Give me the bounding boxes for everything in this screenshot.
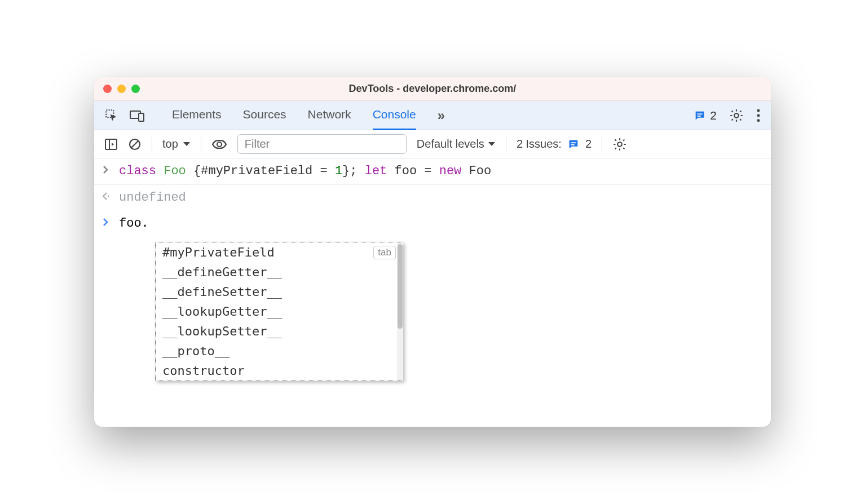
- clear-console-icon[interactable]: [128, 138, 142, 151]
- autocomplete-item-label: #myPrivateField: [162, 245, 275, 259]
- issues-label: 2 Issues:: [517, 138, 562, 151]
- svg-rect-3: [698, 113, 703, 114]
- autocomplete-item[interactable]: __lookupSetter__: [156, 321, 403, 341]
- autocomplete-popup: #myPrivateFieldtab__defineGetter____defi…: [155, 242, 403, 381]
- device-toolbar-icon[interactable]: [129, 109, 145, 122]
- zoom-button[interactable]: [131, 85, 140, 93]
- traffic-lights: [103, 85, 140, 93]
- svg-point-8: [757, 119, 760, 122]
- autocomplete-item[interactable]: __defineGetter__: [156, 262, 403, 282]
- minimize-button[interactable]: [117, 85, 126, 93]
- sidebar-toggle-icon[interactable]: [104, 138, 118, 151]
- filter-input[interactable]: [237, 134, 407, 154]
- chat-icon: [694, 109, 706, 122]
- inspect-icon[interactable]: [104, 108, 119, 123]
- kebab-menu-icon[interactable]: [756, 108, 761, 123]
- context-selector[interactable]: top: [162, 138, 191, 151]
- console-settings-icon[interactable]: [612, 137, 627, 152]
- autocomplete-item-label: constructor: [162, 364, 245, 378]
- svg-rect-14: [571, 142, 576, 143]
- autocomplete-item[interactable]: #myPrivateFieldtab: [156, 242, 403, 262]
- titlebar: DevTools - developer.chrome.com/: [94, 77, 771, 101]
- messages-indicator[interactable]: 2: [694, 109, 717, 122]
- prompt-chevron-icon: [102, 215, 112, 231]
- console-result-row: undefined: [94, 185, 771, 211]
- autocomplete-item[interactable]: __proto__: [156, 341, 403, 361]
- console-prompt-row[interactable]: foo.: [94, 211, 771, 237]
- console-toolbar: top Default levels 2 Issues: 2: [94, 130, 771, 158]
- divider: [506, 137, 506, 152]
- issues-count: 2: [585, 138, 592, 151]
- autocomplete-item-label: __lookupSetter__: [162, 324, 282, 338]
- chat-icon: [567, 138, 580, 151]
- devtools-window: DevTools - developer.chrome.com/ Element…: [94, 77, 771, 427]
- svg-point-17: [108, 196, 109, 197]
- autocomplete-item-label: __lookupGetter__: [162, 304, 282, 319]
- tab-hint: tab: [373, 246, 396, 259]
- settings-icon[interactable]: [729, 108, 744, 123]
- console-input-row: class Foo {#myPrivateField = 1}; let foo…: [94, 158, 771, 185]
- autocomplete-item-label: __defineGetter__: [162, 265, 282, 279]
- tab-strip: Elements Sources Network Console » 2: [94, 101, 771, 130]
- tab-sources[interactable]: Sources: [243, 101, 286, 130]
- divider: [201, 137, 201, 152]
- console-input-code: class Foo {#myPrivateField = 1}; let foo…: [119, 163, 491, 180]
- tabs-overflow-button[interactable]: »: [438, 108, 445, 123]
- window-title: DevTools - developer.chrome.com/: [94, 83, 771, 95]
- live-expression-icon[interactable]: [211, 139, 227, 150]
- autocomplete-item[interactable]: __defineSetter__: [156, 282, 403, 302]
- popup-scrollbar[interactable]: [397, 243, 403, 380]
- tab-console[interactable]: Console: [373, 101, 416, 130]
- issues-indicator[interactable]: 2 Issues: 2: [517, 138, 592, 151]
- svg-point-16: [617, 142, 622, 147]
- messages-count: 2: [710, 109, 717, 122]
- tabs-nav: Elements Sources Network Console »: [172, 101, 445, 130]
- divider: [152, 137, 152, 152]
- divider: [602, 137, 602, 152]
- levels-label: Default levels: [417, 138, 484, 151]
- svg-rect-9: [105, 139, 117, 149]
- console-body: class Foo {#myPrivateField = 1}; let foo…: [94, 158, 771, 427]
- svg-point-13: [217, 142, 222, 147]
- close-button[interactable]: [103, 85, 112, 93]
- svg-rect-4: [698, 116, 701, 117]
- chevron-right-icon: [102, 163, 112, 179]
- autocomplete-item[interactable]: __lookupGetter__: [156, 302, 403, 321]
- log-levels-selector[interactable]: Default levels: [417, 138, 496, 151]
- context-label: top: [162, 138, 178, 151]
- console-result-value: undefined: [119, 189, 186, 206]
- scrollbar-thumb[interactable]: [398, 244, 403, 329]
- console-prompt-text: foo.: [119, 215, 149, 232]
- result-arrow-icon: [102, 189, 112, 205]
- tab-network[interactable]: Network: [308, 101, 351, 130]
- tab-elements[interactable]: Elements: [172, 101, 222, 130]
- svg-point-6: [757, 109, 760, 112]
- autocomplete-item-label: __proto__: [162, 344, 230, 358]
- svg-line-12: [131, 141, 138, 148]
- svg-rect-2: [139, 113, 144, 121]
- svg-point-5: [734, 113, 739, 118]
- autocomplete-item[interactable]: constructor: [156, 361, 403, 381]
- svg-point-7: [757, 114, 760, 117]
- svg-rect-15: [571, 144, 574, 145]
- autocomplete-item-label: __defineSetter__: [162, 285, 282, 299]
